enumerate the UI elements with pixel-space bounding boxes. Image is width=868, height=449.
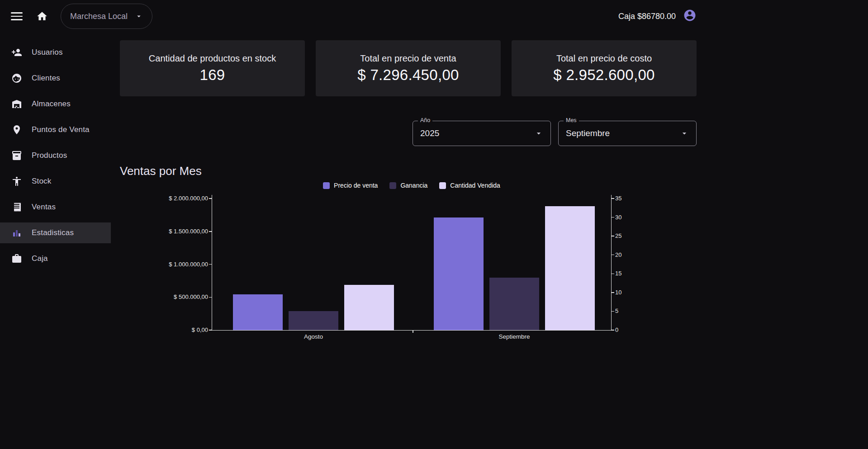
receipt-icon xyxy=(11,202,22,213)
legend-label: Ganancia xyxy=(400,182,427,189)
left-axis-tick-mark xyxy=(209,198,212,199)
sidebar-item-clientes[interactable]: Clientes xyxy=(0,68,111,89)
legend-item-cantidad-vendida[interactable]: Cantidad Vendida xyxy=(439,182,500,189)
legend-item-precio-de-venta[interactable]: Precio de venta xyxy=(323,182,378,189)
sales-chart-section: Ventas por Mes Precio de venta Ganancia … xyxy=(120,164,697,331)
briefcase-icon xyxy=(11,253,22,264)
legend-swatch xyxy=(439,182,446,189)
legend-label: Cantidad Vendida xyxy=(450,182,500,189)
stat-card-precio-venta: Total en precio de venta $ 7.296.450,00 xyxy=(316,40,501,96)
right-axis-tick-mark xyxy=(611,292,614,293)
right-axis-tick-label: 20 xyxy=(615,251,621,259)
main-content: Cantidad de productos en stock 169 Total… xyxy=(111,33,709,331)
face-icon xyxy=(11,73,22,84)
sidebar: Usuarios Clientes Almacenes Puntos de Ve… xyxy=(0,33,111,274)
sidebar-item-ventas[interactable]: Ventas xyxy=(0,197,111,217)
right-axis-tick-mark xyxy=(611,198,614,199)
chevron-down-icon xyxy=(534,129,543,138)
month-select-value: Septiembre xyxy=(566,128,610,138)
sidebar-item-label: Clientes xyxy=(32,74,60,83)
stat-title: Total en precio de costo xyxy=(556,53,652,64)
left-axis-tick-mark xyxy=(209,264,212,265)
stats-row: Cantidad de productos en stock 169 Total… xyxy=(120,40,697,96)
bar-cantidad-vendida-septiembre xyxy=(545,206,595,330)
chevron-down-icon xyxy=(135,12,143,20)
chart-legend: Precio de venta Ganancia Cantidad Vendid… xyxy=(212,182,612,189)
app-window: Marchesa Local Caja $86780.00 Usuarios C… xyxy=(0,0,709,449)
legend-label: Precio de venta xyxy=(334,182,378,189)
chevron-down-icon xyxy=(680,129,689,138)
person-scale-icon xyxy=(11,176,22,187)
store-selector-value: Marchesa Local xyxy=(70,12,128,21)
bar-cantidad-vendida-agosto xyxy=(344,285,394,330)
left-axis-tick-label: $ 0,00 xyxy=(192,326,208,334)
store-selector[interactable]: Marchesa Local xyxy=(61,4,152,29)
right-axis-tick-mark xyxy=(611,274,614,274)
stat-title: Total en precio de venta xyxy=(360,53,456,64)
sidebar-item-label: Productos xyxy=(32,151,67,160)
right-axis-tick-label: 25 xyxy=(615,232,621,240)
stat-value: $ 7.296.450,00 xyxy=(357,66,459,84)
x-axis-category-label: Septiembre xyxy=(434,333,595,340)
right-axis-tick-mark xyxy=(611,330,614,331)
right-axis-tick-label: 5 xyxy=(615,307,618,315)
person-add-icon xyxy=(11,47,22,58)
filters-row: Año 2025 Mes Septiembre xyxy=(120,121,697,146)
sidebar-item-label: Puntos de Venta xyxy=(32,125,90,134)
left-axis-tick-mark xyxy=(209,297,212,298)
year-select-label: Año xyxy=(418,117,432,123)
left-axis-tick-label: $ 500.000,00 xyxy=(174,293,208,301)
sidebar-item-estadisticas[interactable]: Estadisticas xyxy=(0,222,111,243)
sidebar-item-label: Stock xyxy=(32,177,52,186)
right-axis-tick-label: 0 xyxy=(615,326,618,334)
place-icon xyxy=(11,124,22,135)
bar-precio-de-venta-agosto xyxy=(233,294,283,330)
sidebar-item-almacenes[interactable]: Almacenes xyxy=(0,94,111,114)
sidebar-item-caja[interactable]: Caja xyxy=(0,248,111,269)
stat-value: 169 xyxy=(200,66,225,84)
left-axis-tick-label: $ 1.500.000,00 xyxy=(169,228,208,235)
inventory-icon xyxy=(11,150,22,161)
bar-chart-icon xyxy=(11,227,22,238)
year-select[interactable]: Año 2025 xyxy=(413,121,551,146)
left-axis-tick-label: $ 1.000.000,00 xyxy=(169,261,208,268)
right-axis-tick-label: 35 xyxy=(615,195,621,202)
year-select-value: 2025 xyxy=(420,128,439,138)
right-axis-tick-mark xyxy=(611,217,614,218)
sidebar-item-label: Caja xyxy=(32,254,48,263)
warehouse-icon xyxy=(11,99,22,109)
right-axis-tick-mark xyxy=(611,255,614,255)
right-axis-tick-mark xyxy=(611,311,614,312)
menu-icon[interactable] xyxy=(11,12,23,20)
month-select[interactable]: Mes Septiembre xyxy=(558,121,697,146)
left-axis-tick-label: $ 2.000.000,00 xyxy=(169,195,208,202)
legend-item-ganancia[interactable]: Ganancia xyxy=(389,182,427,189)
stat-card-stock: Cantidad de productos en stock 169 xyxy=(120,40,305,96)
right-axis-tick-mark xyxy=(611,236,614,236)
sidebar-item-label: Usuarios xyxy=(32,48,63,57)
legend-swatch xyxy=(389,182,396,189)
sidebar-item-stock[interactable]: Stock xyxy=(0,171,111,192)
sidebar-item-puntos-de-venta[interactable]: Puntos de Venta xyxy=(0,119,111,140)
sidebar-item-label: Almacenes xyxy=(32,99,71,109)
chart-title: Ventas por Mes xyxy=(120,164,697,178)
left-axis-tick-mark xyxy=(209,231,212,232)
stat-title: Cantidad de productos en stock xyxy=(149,53,276,64)
home-icon[interactable] xyxy=(36,10,48,22)
sidebar-item-productos[interactable]: Productos xyxy=(0,145,111,166)
right-axis-tick-label: 10 xyxy=(615,289,621,296)
bar-ganancia-agosto xyxy=(289,311,338,330)
x-axis-tick-mark xyxy=(413,330,413,333)
top-bar: Marchesa Local Caja $86780.00 xyxy=(0,0,709,33)
account-icon[interactable] xyxy=(683,9,697,24)
caja-balance: Caja $86780.00 xyxy=(618,12,676,21)
bar-ganancia-septiembre xyxy=(489,278,539,330)
legend-swatch xyxy=(323,182,330,189)
bar-precio-de-venta-septiembre xyxy=(434,217,484,330)
month-select-label: Mes xyxy=(564,117,579,123)
sidebar-item-label: Ventas xyxy=(32,203,56,212)
stat-card-precio-costo: Total en precio de costo $ 2.952.600,00 xyxy=(512,40,697,96)
sidebar-item-usuarios[interactable]: Usuarios xyxy=(0,42,111,63)
plot-area: $ 2.000.000,00$ 1.500.000,00$ 1.000.000,… xyxy=(212,195,612,331)
stat-value: $ 2.952.600,00 xyxy=(553,66,655,84)
